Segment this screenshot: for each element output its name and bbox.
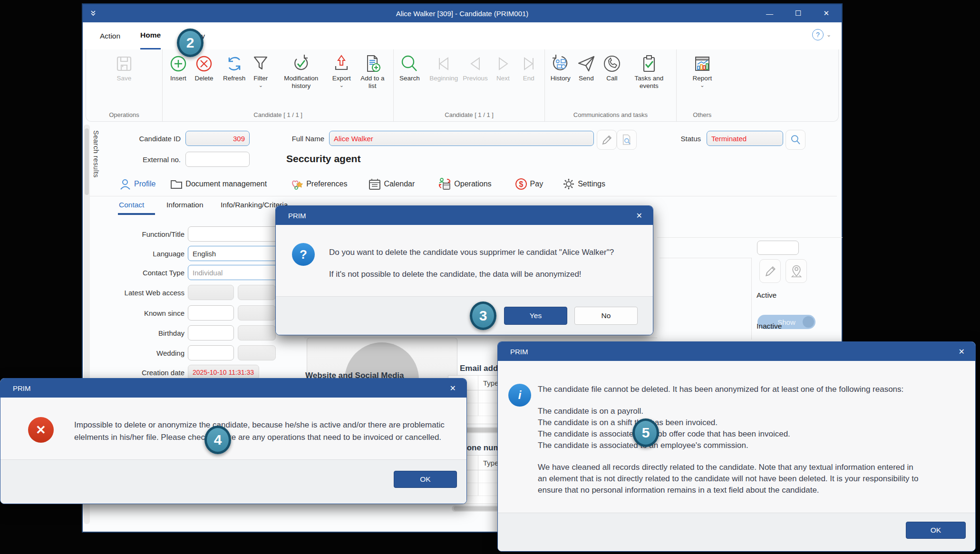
close-icon[interactable]: ✕: [636, 206, 642, 225]
screen: Alice Walker [309] - Candidate (PRIM001)…: [0, 0, 980, 554]
tab-document-management[interactable]: Document management: [170, 178, 267, 191]
confirm-line2: If it's not possible to delete the candi…: [329, 270, 582, 279]
modification-history-button[interactable]: Modification history: [273, 51, 329, 92]
search-results-tab[interactable]: Search results: [92, 130, 100, 178]
wedding-field[interactable]: [188, 345, 234, 360]
search-button[interactable]: Search: [397, 51, 422, 84]
info-para3: ensure that no personal information rema…: [538, 486, 819, 495]
confirm-line1: Do you want to delete the candidate vous…: [329, 248, 614, 257]
birthday-field[interactable]: [188, 325, 234, 340]
menu-tab-home[interactable]: Home: [140, 22, 161, 49]
tasks-events-button[interactable]: Tasks and events: [625, 51, 673, 92]
ribbon-group-candidate-edit: Insert Delete: [163, 49, 394, 121]
confirm-dialog: PRIM ✕ ? Do you want to delete the candi…: [275, 205, 653, 335]
help-icon[interactable]: ?: [812, 29, 824, 40]
contact-type-label: Contact Type: [99, 269, 184, 277]
error-line2: elelments in his/her file. Please check …: [74, 433, 441, 442]
tab-calendar[interactable]: Calendar: [368, 178, 415, 191]
step-badge-3: 3: [470, 301, 496, 330]
ribbon-group-label: Candidate [ 1 / 1 ]: [165, 110, 390, 121]
ribbon-group-communications: History Send Call: [545, 49, 677, 121]
report-icon: [692, 53, 713, 74]
person-icon: [119, 178, 132, 191]
creation-date-label: Creation date: [99, 369, 184, 377]
refresh-button[interactable]: Refresh: [221, 51, 248, 84]
pencil-icon: [764, 264, 777, 278]
language-label: Language: [99, 250, 184, 258]
save-button[interactable]: Save: [111, 51, 137, 84]
language-field[interactable]: English: [188, 246, 290, 261]
export-button[interactable]: Export ⌄: [329, 51, 354, 89]
tab-settings[interactable]: Settings: [562, 177, 605, 191]
full-name-field[interactable]: Alice Walker: [329, 131, 594, 146]
next-button[interactable]: Next: [490, 51, 516, 84]
previous-button[interactable]: Previous: [460, 51, 490, 84]
dialog-title: PRIM: [13, 384, 31, 392]
chevron-down-icon: ⌄: [259, 83, 263, 87]
ok-button[interactable]: OK: [394, 471, 457, 488]
tab-profile[interactable]: Profile: [119, 178, 155, 191]
status-field[interactable]: Terminated: [707, 131, 783, 146]
contact-type-field[interactable]: Individual: [188, 265, 290, 280]
divider: [660, 258, 751, 258]
delete-icon: [194, 53, 214, 74]
no-button[interactable]: No: [574, 307, 638, 325]
toggle-knob: [803, 316, 814, 328]
status-search-button[interactable]: [786, 130, 805, 150]
calendar-icon: [368, 178, 381, 191]
external-no-field[interactable]: [185, 152, 250, 167]
call-button[interactable]: Call: [599, 51, 625, 84]
window-title: Alice Walker [309] - Candidate (PRIM001): [83, 10, 842, 18]
edit-photo-button[interactable]: [759, 259, 781, 283]
search-icon: [789, 134, 802, 146]
menu-tab-action[interactable]: Action: [100, 22, 120, 49]
subtab-information[interactable]: Information: [166, 201, 204, 209]
refresh-icon: [224, 53, 245, 74]
close-icon[interactable]: ✕: [959, 342, 965, 361]
chevron-down-icon: ⌄: [340, 83, 344, 87]
info-reason2: The candidate is on a shift that has bee…: [538, 418, 718, 428]
right-panel-field[interactable]: [757, 241, 799, 255]
edit-name-button[interactable]: [597, 130, 617, 150]
tab-preferences[interactable]: Preferences: [290, 178, 347, 191]
candidate-id-field[interactable]: 309: [185, 131, 250, 146]
role-title: Seccurity agent: [286, 153, 360, 165]
beginning-button[interactable]: Beginning: [427, 51, 460, 84]
close-button[interactable]: ✕: [823, 9, 829, 18]
divider: [89, 196, 837, 196]
active-label: Active: [757, 291, 776, 300]
gear-icon: [562, 177, 575, 191]
chevron-down-icon[interactable]: ⌄: [826, 31, 831, 38]
ok-button[interactable]: OK: [906, 522, 966, 539]
send-button[interactable]: Send: [573, 51, 599, 84]
minimize-button[interactable]: —: [766, 10, 773, 18]
delete-button[interactable]: Delete: [191, 51, 217, 84]
tab-operations[interactable]: Operations: [437, 177, 491, 191]
maximize-button[interactable]: ☐: [795, 9, 801, 18]
report-button[interactable]: Report ⌄: [689, 51, 715, 89]
call-icon: [602, 53, 622, 74]
subtab-contact[interactable]: Contact: [119, 201, 144, 209]
filter-button[interactable]: Filter ⌄: [248, 51, 273, 89]
operations-icon: [437, 177, 452, 191]
info-para1: We have cleaned all records directly rel…: [538, 463, 913, 472]
ribbon-group-label: Communications and tasks: [548, 110, 673, 121]
add-to-list-button[interactable]: Add to a list: [354, 51, 390, 92]
export-icon: [331, 53, 352, 74]
ribbon-group-label: Candidate [ 1 / 1 ]: [397, 110, 542, 121]
known-since-field[interactable]: [188, 305, 234, 321]
document-search-icon: [621, 134, 633, 146]
location-button[interactable]: [786, 259, 807, 283]
close-icon[interactable]: ✕: [450, 379, 456, 398]
info-dialog: PRIM ✕ i The candidate file cannot be de…: [497, 341, 976, 552]
end-button[interactable]: End: [516, 51, 542, 84]
history-button[interactable]: History: [548, 51, 573, 84]
yes-button[interactable]: Yes: [504, 307, 567, 325]
function-title-field[interactable]: [188, 226, 290, 242]
tab-pay[interactable]: $ Pay: [514, 177, 543, 191]
preview-document-button[interactable]: [617, 130, 637, 150]
end-icon: [518, 53, 539, 74]
save-icon: [114, 53, 135, 74]
modification-history-icon: [291, 53, 311, 74]
known-since-extra-field: [238, 305, 276, 321]
